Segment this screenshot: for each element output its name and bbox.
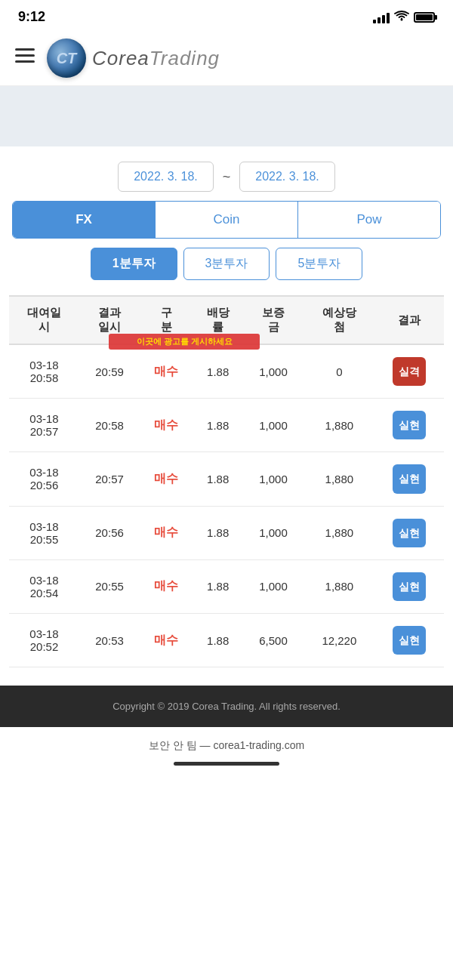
type-cell: 매수이곳에 광고를 게시하세요	[140, 344, 193, 399]
rate-cell: 1.88	[193, 506, 243, 559]
bottom-bar: 보안 안 팀 — corea1-trading.com	[0, 727, 453, 778]
deposit-cell: 1,000	[243, 559, 304, 613]
result-button-4[interactable]: 실현	[393, 572, 426, 601]
status-time: 9:12	[18, 9, 45, 25]
result-btn-cell: 실격	[375, 344, 444, 399]
expected-win-cell: 1,880	[304, 399, 375, 452]
loan-date-cell: 03-1820:55	[9, 506, 79, 559]
dash-separator: —	[200, 739, 211, 751]
security-team-label: 보안 안 팀	[149, 739, 197, 751]
loan-date-cell: 03-1820:56	[9, 452, 79, 506]
result-button-0[interactable]: 실격	[393, 357, 426, 386]
tab-coin[interactable]: Coin	[155, 202, 297, 238]
deposit-cell: 1,000	[243, 452, 304, 506]
th-expected: 예상당첨	[304, 296, 375, 344]
home-indicator	[174, 762, 279, 766]
logo-emblem: CT	[47, 39, 86, 78]
result-btn-cell: 실현	[375, 613, 444, 667]
th-result-date: 결과일시	[79, 296, 140, 344]
th-deposit: 보증금	[243, 296, 304, 344]
result-date-cell: 20:59	[79, 344, 140, 399]
table-row: 03-1820:5420:55매수1.881,0001,880실현	[9, 559, 444, 613]
domain-link: corea1-trading.com	[213, 739, 304, 751]
deposit-cell: 6,500	[243, 613, 304, 667]
buy-label: 매수	[154, 472, 178, 485]
th-rate: 배당률	[193, 296, 243, 344]
loan-date-cell: 03-1820:58	[9, 344, 79, 399]
date-separator: ~	[223, 169, 231, 185]
start-date-input[interactable]: 2022. 3. 18.	[118, 162, 214, 192]
date-row: 2022. 3. 18. ~ 2022. 3. 18.	[0, 146, 453, 201]
deposit-cell: 1,000	[243, 399, 304, 452]
result-btn-cell: 실현	[375, 559, 444, 613]
sub-tab-3min[interactable]: 3분투자	[183, 248, 270, 280]
rate-cell: 1.88	[193, 559, 243, 613]
trade-table: 대여일시 결과일시 구분 배당률 보증금 예상당첨 결과 03-1820:582…	[9, 295, 444, 667]
status-bar: 9:12	[0, 0, 453, 31]
wifi-icon	[394, 10, 409, 25]
status-icons	[373, 10, 435, 25]
deposit-cell: 1,000	[243, 344, 304, 399]
svg-rect-2	[15, 54, 35, 57]
tab-fx[interactable]: FX	[13, 202, 155, 238]
deposit-cell: 1,000	[243, 506, 304, 559]
buy-label: 매수	[154, 633, 178, 646]
expected-win-cell: 1,880	[304, 452, 375, 506]
result-button-3[interactable]: 실현	[393, 519, 426, 547]
type-cell: 매수	[140, 613, 193, 667]
main-tab-row: FX Coin Pow	[12, 201, 441, 239]
result-button-1[interactable]: 실현	[393, 411, 426, 439]
buy-label: 매수	[154, 579, 178, 592]
menu-icon[interactable]	[15, 48, 35, 68]
signal-icon	[373, 11, 390, 23]
loan-date-cell: 03-1820:52	[9, 613, 79, 667]
table-container: 대여일시 결과일시 구분 배당률 보증금 예상당첨 결과 03-1820:582…	[0, 295, 453, 667]
type-cell: 매수	[140, 452, 193, 506]
result-button-5[interactable]: 실현	[393, 626, 426, 655]
footer: Copyright © 2019 Corea Trading. All righ…	[0, 686, 453, 727]
rate-cell: 1.88	[193, 344, 243, 399]
battery-icon	[414, 12, 435, 23]
expected-win-cell: 1,880	[304, 559, 375, 613]
buy-label: 매수	[154, 418, 178, 431]
result-date-cell: 20:55	[79, 559, 140, 613]
table-row: 03-1820:5720:58매수1.881,0001,880실현	[9, 399, 444, 452]
table-row: 03-1820:5820:59매수이곳에 광고를 게시하세요1.881,0000…	[9, 344, 444, 399]
buy-label: 매수	[154, 525, 178, 538]
svg-point-0	[401, 18, 403, 20]
result-btn-cell: 실현	[375, 399, 444, 452]
banner-area	[0, 86, 453, 146]
logo: CT CoreaTrading	[47, 39, 220, 78]
result-button-2[interactable]: 실현	[393, 464, 426, 493]
type-cell: 매수	[140, 399, 193, 452]
sub-tab-1min[interactable]: 1분투자	[91, 248, 177, 280]
rate-cell: 1.88	[193, 613, 243, 667]
result-btn-cell: 실현	[375, 452, 444, 506]
sub-tab-row: 1분투자 3분투자 5분투자	[0, 248, 453, 295]
svg-rect-1	[15, 48, 35, 51]
sub-tab-5min[interactable]: 5분투자	[276, 248, 362, 280]
end-date-input[interactable]: 2022. 3. 18.	[239, 162, 335, 192]
th-type: 구분	[140, 296, 193, 344]
th-result: 결과	[375, 296, 444, 344]
rate-cell: 1.88	[193, 399, 243, 452]
buy-label: 매수	[154, 365, 178, 378]
table-header-row: 대여일시 결과일시 구분 배당률 보증금 예상당첨 결과	[9, 296, 444, 344]
tab-power[interactable]: Pow	[297, 202, 440, 238]
table-row: 03-1820:5620:57매수1.881,0001,880실현	[9, 452, 444, 506]
th-loan-date: 대여일시	[9, 296, 79, 344]
loan-date-cell: 03-1820:54	[9, 559, 79, 613]
expected-win-cell: 0	[304, 344, 375, 399]
table-row: 03-1820:5520:56매수1.881,0001,880실현	[9, 506, 444, 559]
expected-win-cell: 12,220	[304, 613, 375, 667]
type-cell: 매수	[140, 506, 193, 559]
table-row: 03-1820:5220:53매수1.886,50012,220실현	[9, 613, 444, 667]
copyright-text: Copyright © 2019 Corea Trading. All righ…	[112, 701, 341, 712]
result-date-cell: 20:53	[79, 613, 140, 667]
svg-rect-3	[15, 60, 35, 63]
expected-win-cell: 1,880	[304, 506, 375, 559]
header: CT CoreaTrading	[0, 31, 453, 86]
loan-date-cell: 03-1820:57	[9, 399, 79, 452]
rate-cell: 1.88	[193, 452, 243, 506]
result-date-cell: 20:58	[79, 399, 140, 452]
